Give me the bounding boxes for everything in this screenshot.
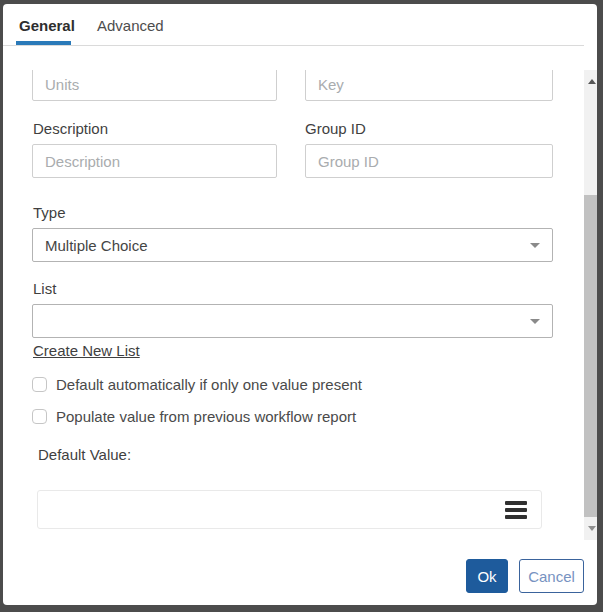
cancel-button[interactable]: Cancel: [519, 559, 584, 593]
list-label: List: [33, 280, 56, 297]
type-select-value: Multiple Choice: [45, 237, 148, 254]
create-new-list-link[interactable]: Create New List: [33, 342, 140, 359]
tab-advanced[interactable]: Advanced: [97, 4, 164, 46]
populate-value-checkbox[interactable]: [32, 409, 47, 424]
group-id-input[interactable]: [305, 144, 553, 178]
key-input[interactable]: [305, 70, 553, 101]
dialog-scroll-content: Description Group ID Type Multiple Choic…: [3, 70, 584, 540]
default-automatically-checkbox[interactable]: [32, 377, 47, 392]
populate-value-checkbox-row[interactable]: Populate value from previous workflow re…: [32, 408, 356, 425]
default-value-label: Default Value:: [38, 446, 131, 463]
scroll-up-icon[interactable]: [584, 74, 597, 89]
tab-general-label: General: [19, 17, 75, 34]
menu-icon[interactable]: [505, 501, 527, 519]
ok-button[interactable]: Ok: [466, 559, 508, 593]
description-input[interactable]: [32, 144, 277, 178]
group-id-label: Group ID: [305, 120, 366, 137]
type-select[interactable]: Multiple Choice: [32, 228, 553, 262]
tab-advanced-label: Advanced: [97, 17, 164, 34]
active-tab-indicator: [16, 41, 71, 45]
scrollbar-thumb[interactable]: [584, 195, 597, 517]
field-settings-dialog: General Advanced Description Group ID Ty…: [3, 4, 597, 605]
default-automatically-label: Default automatically if only one value …: [56, 376, 362, 393]
vertical-scrollbar[interactable]: [584, 70, 597, 540]
default-automatically-checkbox-row[interactable]: Default automatically if only one value …: [32, 376, 362, 393]
description-label: Description: [33, 120, 108, 137]
type-label: Type: [33, 204, 66, 221]
populate-value-label: Populate value from previous workflow re…: [56, 408, 356, 425]
tab-general[interactable]: General: [19, 4, 75, 46]
screen-backdrop: General Advanced Description Group ID Ty…: [0, 0, 603, 612]
caret-down-icon: [530, 319, 540, 324]
caret-down-icon: [530, 243, 540, 248]
units-input[interactable]: [32, 70, 277, 101]
dialog-footer: Ok Cancel: [466, 559, 584, 593]
list-select[interactable]: [32, 304, 553, 338]
default-value-box[interactable]: [37, 490, 542, 529]
scroll-down-icon[interactable]: [584, 521, 597, 536]
tab-bar: General Advanced: [3, 4, 584, 46]
